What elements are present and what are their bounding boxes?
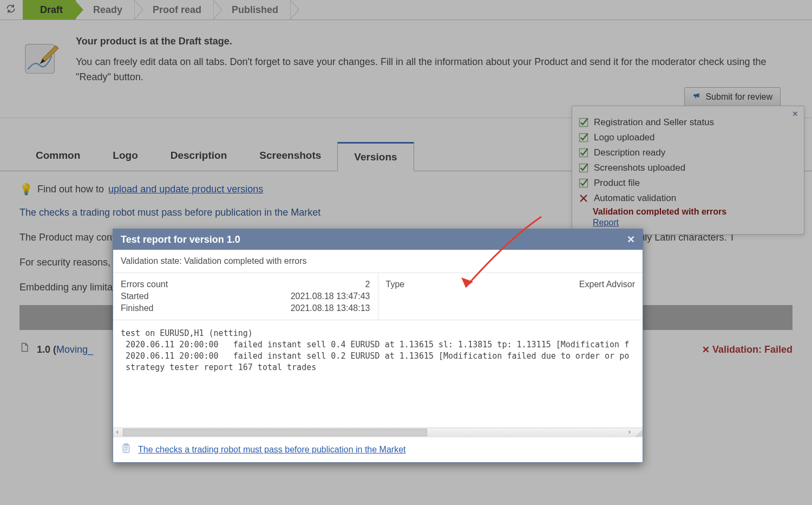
submit-label: Submit for review bbox=[705, 90, 772, 104]
file-icon bbox=[19, 342, 29, 358]
modal-footer: The checks a trading robot must pass bef… bbox=[113, 437, 643, 462]
label: Errors count bbox=[121, 280, 168, 289]
svg-rect-7 bbox=[125, 444, 128, 445]
validation-error-text: Validation completed with errors bbox=[593, 206, 795, 217]
tab-versions[interactable]: Versions bbox=[337, 142, 414, 171]
clipboard-icon bbox=[121, 443, 132, 457]
bulb-icon: 💡 bbox=[19, 181, 33, 198]
tab-logo[interactable]: Logo bbox=[96, 142, 154, 171]
tab-label: Logo bbox=[113, 150, 137, 161]
svg-rect-6 bbox=[123, 445, 129, 453]
value: Expert Advisor bbox=[579, 280, 635, 289]
close-icon[interactable]: ✕ bbox=[627, 234, 635, 245]
scroll-thumb[interactable] bbox=[123, 429, 427, 436]
tab-common[interactable]: Common bbox=[19, 142, 96, 171]
check-icon bbox=[579, 148, 588, 158]
note-text: Your product is at the Draft stage. You … bbox=[76, 34, 793, 107]
tab-label: Description bbox=[171, 150, 227, 161]
review-item-label: Registration and Seller status bbox=[594, 117, 714, 128]
checks-link-text: The checks a trading robot must pass bef… bbox=[19, 207, 320, 218]
label: Finished bbox=[121, 303, 153, 313]
scroll-left-icon[interactable]: ‹ bbox=[113, 428, 122, 437]
stage-label: Proof read bbox=[153, 4, 201, 15]
check-icon bbox=[579, 178, 588, 188]
check-icon bbox=[579, 118, 588, 127]
note-box: Your product is at the Draft stage. You … bbox=[0, 20, 812, 118]
stage-published[interactable]: Published bbox=[214, 0, 291, 20]
review-item: Product file bbox=[579, 176, 795, 191]
tab-label: Versions bbox=[354, 151, 397, 163]
review-panel: ✕ Registration and Seller status Logo up… bbox=[572, 106, 804, 235]
label: Started bbox=[121, 292, 149, 301]
review-item-label: Logo uploaded bbox=[594, 132, 655, 143]
stage-draft[interactable]: Draft bbox=[23, 0, 76, 20]
value: 2021.08.18 13:47:43 bbox=[291, 292, 370, 301]
report-link[interactable]: Report bbox=[593, 217, 795, 228]
version-number: 1.0 ( bbox=[37, 344, 56, 355]
review-item: Registration and Seller status bbox=[579, 115, 795, 130]
value: 2021.08.18 13:48:13 bbox=[291, 303, 370, 313]
stage-proof[interactable]: Proof read bbox=[135, 0, 214, 20]
review-item-label: Automatic validation bbox=[594, 193, 676, 204]
footer-link[interactable]: The checks a trading robot must pass bef… bbox=[138, 445, 405, 455]
review-item-label: Screenshots uploaded bbox=[594, 163, 685, 173]
status-bar: Draft Ready Proof read Published bbox=[0, 0, 812, 20]
review-item: Screenshots uploaded bbox=[579, 160, 795, 176]
review-item-label: Product file bbox=[594, 178, 640, 189]
x-icon bbox=[579, 193, 588, 203]
test-report-modal: Test report for version 1.0 ✕ Validation… bbox=[113, 229, 643, 463]
review-item: Logo uploaded bbox=[579, 130, 795, 145]
modal-col-right: TypeExpert Advisor bbox=[378, 273, 643, 320]
check-icon bbox=[579, 163, 588, 173]
modal-col-left: Errors count2 Started2021.08.18 13:47:43… bbox=[113, 273, 378, 320]
stage-label: Draft bbox=[40, 4, 63, 15]
scroll-right-icon[interactable]: › bbox=[625, 428, 634, 437]
megaphone-icon bbox=[692, 90, 701, 104]
refresh-icon[interactable] bbox=[5, 3, 16, 16]
label: Type bbox=[386, 280, 405, 289]
validation-status-text: Validation: Failed bbox=[712, 344, 793, 355]
note-icon bbox=[19, 34, 63, 81]
value: 2 bbox=[365, 280, 370, 289]
stage-label: Ready bbox=[93, 4, 122, 15]
check-icon bbox=[579, 133, 588, 143]
submit-for-review-button[interactable]: Submit for review bbox=[684, 87, 781, 107]
modal-title: Test report for version 1.0 bbox=[121, 234, 240, 245]
version-name: Moving_ bbox=[56, 344, 93, 355]
resize-grip-icon[interactable] bbox=[634, 428, 643, 437]
hint-link[interactable]: upload and update product versions bbox=[108, 182, 263, 197]
tab-screenshots[interactable]: Screenshots bbox=[243, 142, 337, 171]
modal-summary: Errors count2 Started2021.08.18 13:47:43… bbox=[113, 273, 643, 320]
scrollbar[interactable]: ‹ › bbox=[113, 428, 643, 437]
modal-header: Test report for version 1.0 ✕ bbox=[113, 229, 643, 250]
review-item-fail: Automatic validation bbox=[579, 191, 795, 206]
log-output[interactable]: test on EURUSD,H1 (netting) 2020.06.11 2… bbox=[113, 320, 643, 428]
tab-label: Screenshots bbox=[259, 150, 321, 161]
stage-ready[interactable]: Ready bbox=[76, 0, 135, 20]
validation-status: Validation: Failed bbox=[702, 342, 793, 358]
note-title: Your product is at the Draft stage. bbox=[76, 34, 793, 49]
review-item-label: Description ready bbox=[594, 147, 665, 158]
tab-description[interactable]: Description bbox=[154, 142, 244, 171]
modal-state: Validation state: Validation completed w… bbox=[113, 250, 643, 273]
review-item: Description ready bbox=[579, 145, 795, 160]
close-icon[interactable]: ✕ bbox=[792, 109, 798, 118]
hint-prefix: Find out how to bbox=[37, 182, 104, 197]
stage-row: Draft Ready Proof read Published bbox=[23, 0, 291, 20]
note-body: You can freely edit data on all tabs. Do… bbox=[76, 55, 793, 85]
page: Draft Ready Proof read Published bbox=[0, 0, 812, 505]
stage-label: Published bbox=[232, 4, 278, 15]
tab-label: Common bbox=[36, 150, 80, 161]
